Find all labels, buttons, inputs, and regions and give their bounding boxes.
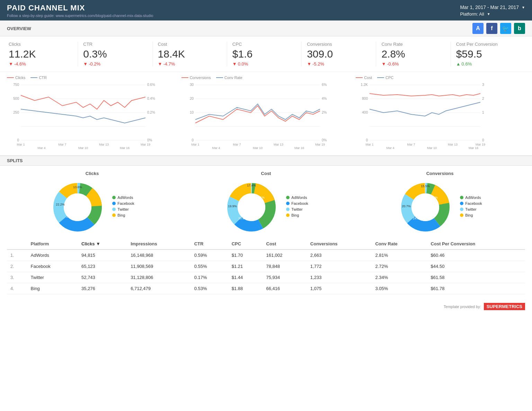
- svg-text:39.5%: 39.5%: [429, 196, 438, 199]
- svg-text:0%: 0%: [147, 138, 152, 142]
- svg-text:250: 250: [13, 111, 19, 114]
- svg-text:400: 400: [362, 111, 368, 114]
- svg-text:0: 0: [482, 138, 484, 142]
- page-subtitle: Follow a step-by-step guide: www.superme…: [7, 14, 153, 18]
- svg-text:42.1%: 42.1%: [256, 196, 265, 199]
- svg-text:Mar 1: Mar 1: [17, 143, 25, 146]
- svg-text:Mar 1: Mar 1: [191, 143, 199, 146]
- svg-text:Mar 4: Mar 4: [387, 146, 394, 150]
- clicks-ctr-svg: 750 500 250 0 0.6% 0.4% 0.2% 0% Mar 1 Ma…: [7, 81, 152, 151]
- kpi-card-cost: Cost 18.4K ▼ -4.7%: [153, 42, 227, 67]
- svg-text:10: 10: [190, 111, 194, 114]
- cost-donut-chart: Cost 42.1% 20.6% 19.9% 17.4% AdWords Fac…: [181, 171, 351, 235]
- svg-text:0: 0: [17, 138, 19, 142]
- facebook-icon: f: [486, 23, 497, 34]
- header-controls: Mar 1, 2017 - Mar 21, 2017 ▼ Platform: A…: [460, 5, 525, 17]
- svg-text:30: 30: [190, 83, 194, 87]
- svg-text:6%: 6%: [322, 83, 327, 87]
- svg-text:Mar 10: Mar 10: [78, 146, 88, 150]
- svg-text:Mar 7: Mar 7: [407, 143, 415, 146]
- cost-cpc-chart: Cost CPC 1.2K 800 400 0 3 2 1 0 Mar 1 Ma…: [356, 76, 525, 152]
- platform-filter-selector[interactable]: Platform: All ▼: [460, 11, 525, 17]
- cost-donut-legend: AdWords Facebook Twitter Bing: [286, 195, 308, 219]
- charts-row: Clicks CTR 750 500 250 0 0.6% 0.4% 0.2% …: [0, 72, 532, 156]
- kpi-card-conversions: Conversions 309.0 ▼ -5.2%: [302, 42, 376, 67]
- platform-icons: A f 🐦 b: [472, 23, 525, 34]
- kpi-row: Clicks 11.2K ▼ -4.6% CTR 0.3% ▼ -0.2% Co…: [0, 36, 532, 72]
- kpi-card-cost-per-conversion: Cost Per Conversion $59.5 ▲ 0.6%: [451, 42, 525, 67]
- svg-text:37.9%: 37.9%: [80, 198, 89, 201]
- svg-text:Mar 16: Mar 16: [294, 146, 304, 150]
- kpi-card-cpc: CPC $1.6 ▼ 0.0%: [227, 42, 302, 67]
- svg-text:Mar 19: Mar 19: [476, 143, 485, 146]
- svg-text:Mar 16: Mar 16: [120, 146, 130, 150]
- conversions-donut-svg: 39.5% 24.3% 20.7% 15.5%: [398, 180, 453, 235]
- cost-donut-title: Cost: [261, 171, 271, 176]
- data-table-section: Platform Clicks ▼ Impressions CTR CPC Co…: [0, 238, 532, 299]
- cost-svg: 1.2K 800 400 0 3 2 1 0 Mar 1 Mar 4 Mar 7…: [356, 81, 487, 151]
- svg-text:Mar 7: Mar 7: [58, 143, 66, 146]
- clicks-donut-title: Clicks: [86, 171, 99, 176]
- clicks-donut-chart: Clicks 37.9% 26.3% 22.2% 13.6%: [7, 171, 177, 235]
- cost-donut-svg: 42.1% 20.6% 19.9% 17.4%: [224, 180, 279, 235]
- col-cost[interactable]: Cost: [263, 238, 307, 250]
- data-table: Platform Clicks ▼ Impressions CTR CPC Co…: [7, 238, 525, 294]
- table-row: 3. Twitter 52,743 31,128,806 0.17% $1.44…: [7, 272, 525, 283]
- platform-dropdown-icon: ▼: [487, 12, 490, 16]
- svg-text:0.6%: 0.6%: [147, 83, 155, 87]
- svg-text:15.5%: 15.5%: [421, 184, 430, 188]
- footer: Template provided by: SUPERMETRICS: [0, 299, 532, 314]
- svg-text:4%: 4%: [322, 97, 327, 100]
- col-platform[interactable]: Platform: [27, 238, 78, 250]
- clicks-donut-legend: AdWords Facebook Twitter Bing: [112, 195, 134, 219]
- col-conversions[interactable]: Conversions: [307, 238, 372, 250]
- svg-text:Mar 10: Mar 10: [253, 146, 263, 150]
- twitter-icon: 🐦: [500, 23, 511, 34]
- col-clicks[interactable]: Clicks ▼: [78, 238, 127, 250]
- splits-section: Clicks 37.9% 26.3% 22.2% 13.6%: [0, 166, 532, 238]
- svg-text:17.4%: 17.4%: [247, 184, 256, 187]
- table-header-row: Platform Clicks ▼ Impressions CTR CPC Co…: [7, 238, 525, 250]
- table-row: 4. Bing 35,276 6,712,479 0.53% $1.88 66,…: [7, 283, 525, 294]
- col-cpc[interactable]: CPC: [228, 238, 263, 250]
- svg-text:Mar 7: Mar 7: [233, 143, 241, 146]
- col-conv-rate[interactable]: Conv Rate: [372, 238, 427, 250]
- svg-text:750: 750: [13, 83, 19, 87]
- svg-text:24.3%: 24.3%: [413, 217, 422, 220]
- kpi-card-ctr: CTR 0.3% ▼ -0.2%: [78, 42, 152, 67]
- svg-text:Mar 13: Mar 13: [274, 143, 283, 146]
- conv-svg: 30 20 10 0 6% 4% 2% 0% Mar 1 Mar 4 Mar 7…: [181, 81, 327, 151]
- svg-text:2: 2: [482, 97, 484, 100]
- svg-text:Mar 13: Mar 13: [448, 143, 458, 146]
- svg-text:0.4%: 0.4%: [147, 97, 155, 100]
- supermetrics-logo: SUPERMETRICS: [484, 303, 525, 310]
- date-range-dropdown-icon: ▼: [522, 6, 525, 9]
- svg-text:3: 3: [482, 83, 484, 87]
- svg-text:20.6%: 20.6%: [239, 217, 248, 220]
- svg-text:Mar 16: Mar 16: [469, 146, 478, 150]
- svg-text:13.6%: 13.6%: [73, 185, 82, 189]
- svg-text:2%: 2%: [322, 111, 327, 114]
- overview-section-header: OVERVIEW A f 🐦 b: [0, 20, 532, 36]
- svg-text:26.3%: 26.3%: [66, 215, 76, 218]
- svg-text:0.2%: 0.2%: [147, 111, 155, 114]
- col-impressions[interactable]: Impressions: [127, 238, 191, 250]
- header: PAID CHANNEL MIX Follow a step-by-step g…: [0, 0, 532, 20]
- svg-text:800: 800: [362, 97, 368, 100]
- svg-text:Mar 10: Mar 10: [427, 146, 437, 150]
- col-ctr[interactable]: CTR: [191, 238, 228, 250]
- conv-rate-legend: Conv Rate: [224, 76, 242, 80]
- clicks-ctr-chart: Clicks CTR 750 500 250 0 0.6% 0.4% 0.2% …: [7, 76, 176, 152]
- conversions-donut-legend: AdWords Facebook Twitter Bing: [460, 195, 482, 219]
- date-range-selector[interactable]: Mar 1, 2017 - Mar 21, 2017 ▼: [460, 5, 525, 10]
- svg-text:22.2%: 22.2%: [56, 203, 65, 206]
- svg-text:Mar 4: Mar 4: [212, 146, 220, 150]
- svg-text:Mar 19: Mar 19: [141, 143, 150, 146]
- col-cost-per-conv[interactable]: Cost Per Conversion: [427, 238, 525, 250]
- splits-label: SPLITS: [7, 158, 23, 163]
- svg-text:500: 500: [13, 97, 19, 100]
- conversions-convrate-chart: Conversions Conv Rate 30 20 10 0 6% 4% 2…: [181, 76, 351, 152]
- col-num: [7, 238, 27, 250]
- table-row: 1. AdWords 94,815 16,148,968 0.59% $1.70…: [7, 250, 525, 261]
- splits-section-header: SPLITS: [0, 156, 532, 166]
